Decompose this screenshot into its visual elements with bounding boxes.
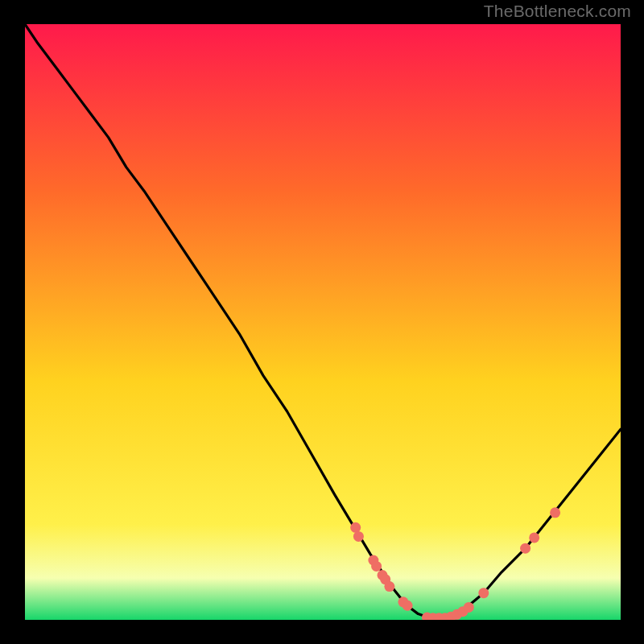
plot-area bbox=[25, 24, 621, 620]
data-point bbox=[350, 522, 361, 533]
data-point bbox=[529, 532, 539, 543]
data-point bbox=[371, 561, 382, 572]
data-point bbox=[464, 602, 474, 613]
bottleneck-chart bbox=[25, 24, 621, 620]
data-point bbox=[353, 531, 364, 542]
chart-frame: TheBottleneck.com bbox=[0, 0, 644, 644]
svg-rect-0 bbox=[25, 24, 621, 620]
data-point bbox=[520, 543, 530, 554]
data-point bbox=[402, 601, 413, 611]
data-point bbox=[384, 581, 394, 592]
data-point bbox=[550, 507, 560, 518]
data-point bbox=[478, 588, 489, 598]
watermark-text: TheBottleneck.com bbox=[484, 2, 631, 21]
